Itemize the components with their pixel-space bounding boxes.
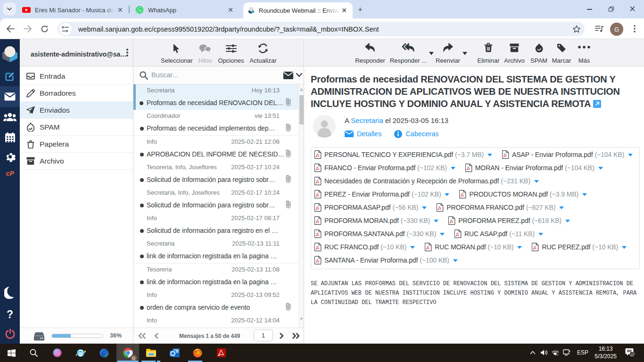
svg-text:2: 2 bbox=[631, 352, 633, 356]
